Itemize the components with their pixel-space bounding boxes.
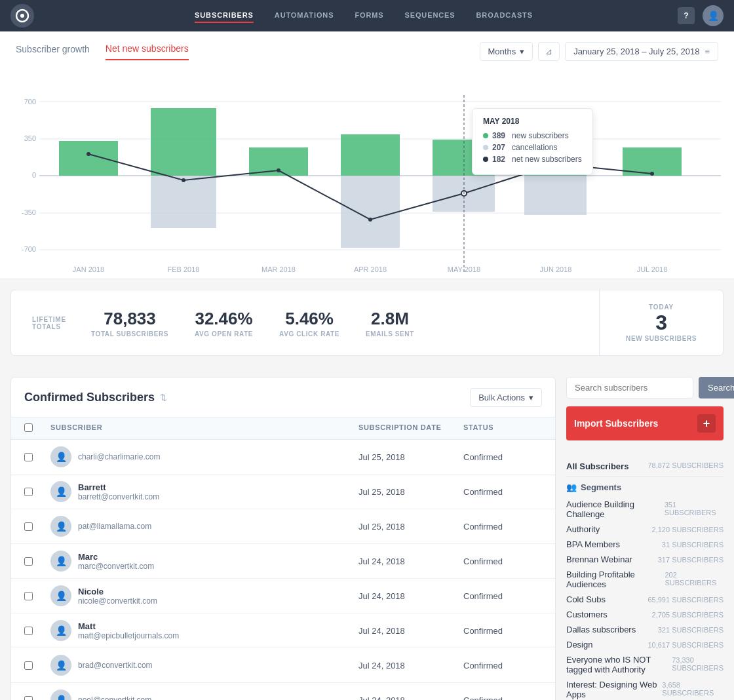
- segments-list: Audience Building Challenge 351 SUBSCRIB…: [566, 497, 724, 700]
- svg-text:-700: -700: [22, 245, 36, 253]
- list-item[interactable]: Design 10,617 SUBSCRIBERS: [566, 638, 724, 651]
- list-item[interactable]: Audience Building Challenge 351 SUBSCRIB…: [566, 497, 724, 521]
- list-item[interactable]: Brennan Webinar 317 SUBSCRIBERS: [566, 553, 724, 566]
- logo[interactable]: [10, 4, 34, 28]
- click-rate-value: 5.46%: [279, 309, 339, 329]
- table-row: 👤 brad@convertkit.com Jul 24, 2018 Confi…: [11, 648, 555, 683]
- row-checkbox[interactable]: [24, 557, 33, 566]
- row-checkbox[interactable]: [24, 696, 33, 701]
- user-avatar[interactable]: 👤: [703, 5, 724, 26]
- nav-sequences[interactable]: SEQUENCES: [405, 9, 455, 23]
- status: Confirmed: [463, 556, 542, 566]
- bulk-btn-label: Bulk Actions: [478, 393, 525, 402]
- segments-header: 👥 Segments: [566, 482, 724, 492]
- svg-text:-350: -350: [22, 208, 36, 216]
- date-range[interactable]: January 25, 2018 – July 25, 2018 ≡: [565, 42, 718, 61]
- subscriber-email[interactable]: nicole@convertkit.com: [78, 596, 157, 606]
- nav-subscribers[interactable]: SUBSCRIBERS: [195, 9, 254, 23]
- segment-count: 317 SUBSCRIBERS: [658, 556, 724, 564]
- sort-icon[interactable]: ⇅: [160, 393, 167, 402]
- segments-icon: 👥: [566, 482, 577, 492]
- chart-svg: 700 350 0 -350 -700: [0, 69, 734, 279]
- cancellations-value: 207: [492, 143, 505, 152]
- svg-point-1: [20, 14, 24, 18]
- subscriber-email[interactable]: matt@epicbulletjournals.com: [78, 631, 179, 640]
- nav-broadcasts[interactable]: BROADCASTS: [476, 9, 533, 23]
- table-row: 👤 noel@convertkit.com Jul 24, 2018 Confi…: [11, 683, 555, 700]
- stat-open-rate: 32.46% AVG OPEN RATE: [195, 309, 253, 338]
- all-subscribers-count: 78,872 SUBSCRIBERS: [647, 461, 724, 471]
- list-item[interactable]: Everyone who IS NOT tagged with Authorit…: [566, 653, 724, 676]
- chart-tab-growth[interactable]: Subscriber growth: [16, 44, 90, 60]
- subscribers-title: Confirmed Subscribers: [24, 391, 155, 404]
- chevron-down-icon: ▾: [520, 47, 524, 56]
- row-checkbox[interactable]: [24, 592, 33, 600]
- emails-sent-value: 2.8M: [366, 309, 414, 329]
- svg-text:700: 700: [24, 98, 36, 106]
- row-checkbox[interactable]: [24, 522, 33, 531]
- chart-tab-net-new[interactable]: Net new subscribers: [106, 43, 189, 60]
- stat-total-subscribers: 78,833 TOTAL SUBSCRIBERS: [91, 309, 168, 338]
- avatar: 👤: [50, 620, 71, 641]
- list-item[interactable]: Customers 2,705 SUBSCRIBERS: [566, 608, 724, 621]
- svg-rect-15: [151, 176, 216, 228]
- cancellations-dot: [483, 145, 488, 150]
- list-item[interactable]: Dallas subscribers 321 SUBSCRIBERS: [566, 623, 724, 636]
- segment-name: Cold Subs: [566, 594, 606, 604]
- subscription-date: Jul 24, 2018: [358, 591, 463, 601]
- segment-name: Interest: Designing Web Apps: [566, 680, 662, 699]
- today-sublabel: NEW SUBSCRIBERS: [626, 335, 697, 342]
- new-subs-value: 389: [492, 131, 505, 140]
- list-item[interactable]: Cold Subs 65,991 SUBSCRIBERS: [566, 593, 724, 606]
- chart-tooltip: MAY 2018 389 new subscribers 207 cancell…: [472, 108, 593, 175]
- bulk-actions-button[interactable]: Bulk Actions ▾: [470, 388, 542, 407]
- subscriber-info: Nicole nicole@convertkit.com: [78, 587, 157, 606]
- segment-count: 65,991 SUBSCRIBERS: [647, 596, 724, 604]
- row-checkbox[interactable]: [24, 661, 33, 670]
- svg-point-30: [650, 172, 654, 176]
- list-item[interactable]: BPA Members 31 SUBSCRIBERS: [566, 537, 724, 551]
- svg-text:APR 2018: APR 2018: [354, 265, 387, 273]
- avatar: 👤: [50, 690, 71, 700]
- nav-links: SUBSCRIBERS AUTOMATIONS FORMS SEQUENCES …: [50, 9, 678, 23]
- months-button[interactable]: Months ▾: [480, 42, 533, 61]
- search-button[interactable]: Search: [699, 377, 734, 399]
- status: Confirmed: [463, 695, 542, 701]
- list-item[interactable]: Interest: Designing Web Apps 3,658 SUBSC…: [566, 678, 724, 700]
- subscriber-info: charli@charlimarie.com: [78, 452, 161, 461]
- all-subscribers-item[interactable]: All Subscribers 78,872 SUBSCRIBERS: [566, 456, 724, 477]
- svg-text:MAY 2018: MAY 2018: [448, 265, 480, 273]
- list-item[interactable]: Building Profitable Audiences 202 SUBSCR…: [566, 568, 724, 591]
- subscriber-email[interactable]: pat@llamallama.com: [78, 522, 151, 531]
- subscriber-email[interactable]: marc@convertkit.com: [78, 562, 154, 571]
- tooltip-net-new: 182 net new subscribers: [483, 155, 582, 164]
- stats-section: LIFETIME TOTALS 78,833 TOTAL SUBSCRIBERS…: [10, 290, 724, 356]
- nav-automations[interactable]: AUTOMATIONS: [275, 9, 334, 23]
- row-checkbox[interactable]: [24, 453, 33, 461]
- select-all-checkbox[interactable]: [24, 423, 33, 432]
- import-subscribers-button[interactable]: Import Subscribers +: [566, 406, 724, 440]
- filter-button[interactable]: ⊿: [538, 42, 560, 61]
- stats-items: 78,833 TOTAL SUBSCRIBERS 32.46% AVG OPEN…: [91, 309, 414, 338]
- subscription-date: Jul 25, 2018: [358, 487, 463, 497]
- subscriber-email[interactable]: brad@convertkit.com: [78, 661, 153, 670]
- search-input[interactable]: [566, 377, 693, 399]
- segment-name: Building Profitable Audiences: [566, 570, 665, 589]
- subscriber-email[interactable]: charli@charlimarie.com: [78, 452, 161, 461]
- chart-area: 700 350 0 -350 -700: [0, 69, 734, 279]
- help-button[interactable]: ?: [678, 7, 695, 24]
- subscriber-cell: 👤 Matt matt@epicbulletjournals.com: [50, 620, 358, 641]
- row-checkbox[interactable]: [24, 627, 33, 635]
- nav-forms[interactable]: FORMS: [355, 9, 383, 23]
- row-checkbox[interactable]: [24, 488, 33, 496]
- segment-name: Customers: [566, 610, 608, 619]
- subscriber-email[interactable]: barrett@convertkit.com: [78, 492, 159, 501]
- subscriber-email[interactable]: noel@convertkit.com: [78, 695, 151, 700]
- segment-count: 73,330 SUBSCRIBERS: [672, 656, 724, 672]
- segment-count: 2,705 SUBSCRIBERS: [652, 611, 724, 619]
- list-item[interactable]: Authority 2,120 SUBSCRIBERS: [566, 522, 724, 536]
- chart-header: Subscriber growth Net new subscribers Mo…: [16, 42, 718, 61]
- subscriber-cell: 👤 Marc marc@convertkit.com: [50, 551, 358, 572]
- status: Confirmed: [463, 661, 542, 671]
- subscriber-info: Marc marc@convertkit.com: [78, 552, 154, 571]
